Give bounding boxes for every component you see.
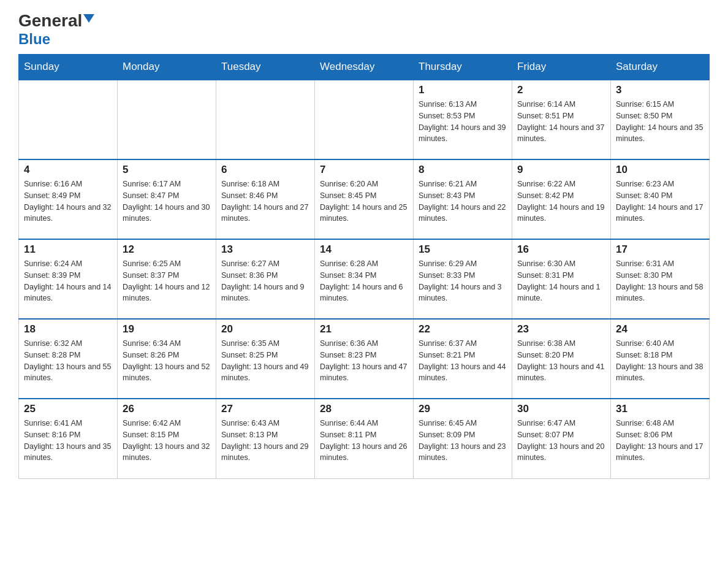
table-row: 5Sunrise: 6:17 AMSunset: 8:47 PMDaylight…: [118, 159, 216, 239]
day-info: Sunrise: 6:32 AMSunset: 8:28 PMDaylight:…: [24, 338, 112, 384]
day-info: Sunrise: 6:31 AMSunset: 8:30 PMDaylight:…: [616, 258, 704, 304]
day-number: 7: [320, 164, 408, 176]
day-info: Sunrise: 6:27 AMSunset: 8:36 PMDaylight:…: [221, 258, 309, 304]
day-info: Sunrise: 6:38 AMSunset: 8:20 PMDaylight:…: [517, 338, 605, 384]
day-info: Sunrise: 6:16 AMSunset: 8:49 PMDaylight:…: [24, 178, 112, 224]
table-row: 20Sunrise: 6:35 AMSunset: 8:25 PMDayligh…: [216, 319, 315, 399]
table-row: 24Sunrise: 6:40 AMSunset: 8:18 PMDayligh…: [611, 319, 710, 399]
day-info: Sunrise: 6:40 AMSunset: 8:18 PMDaylight:…: [616, 338, 704, 384]
header-saturday: Saturday: [611, 55, 710, 80]
day-number: 4: [24, 164, 112, 176]
logo-general: General: [18, 12, 82, 29]
day-number: 24: [616, 323, 704, 335]
table-row: 8Sunrise: 6:21 AMSunset: 8:43 PMDaylight…: [414, 159, 512, 239]
table-row: 29Sunrise: 6:45 AMSunset: 8:09 PMDayligh…: [414, 399, 512, 478]
day-info: Sunrise: 6:13 AMSunset: 8:53 PMDaylight:…: [419, 99, 507, 145]
day-number: 21: [320, 323, 408, 335]
day-number: 27: [221, 403, 309, 415]
day-number: 6: [221, 164, 309, 176]
day-number: 14: [320, 243, 408, 256]
table-row: 2Sunrise: 6:14 AMSunset: 8:51 PMDaylight…: [512, 80, 611, 159]
day-number: 8: [419, 164, 507, 176]
day-info: Sunrise: 6:25 AMSunset: 8:37 PMDaylight:…: [123, 258, 211, 304]
day-number: 26: [123, 403, 211, 415]
day-number: 11: [24, 243, 112, 256]
day-number: 23: [517, 323, 605, 335]
table-row: 11Sunrise: 6:24 AMSunset: 8:39 PMDayligh…: [19, 239, 118, 319]
table-row: 6Sunrise: 6:18 AMSunset: 8:46 PMDaylight…: [216, 159, 315, 239]
header-sunday: Sunday: [19, 55, 118, 80]
day-info: Sunrise: 6:23 AMSunset: 8:40 PMDaylight:…: [616, 178, 704, 224]
day-number: 30: [517, 403, 605, 415]
day-info: Sunrise: 6:24 AMSunset: 8:39 PMDaylight:…: [24, 258, 112, 304]
calendar-week-row: 11Sunrise: 6:24 AMSunset: 8:39 PMDayligh…: [19, 239, 710, 319]
table-row: 10Sunrise: 6:23 AMSunset: 8:40 PMDayligh…: [611, 159, 710, 239]
table-row: 31Sunrise: 6:48 AMSunset: 8:06 PMDayligh…: [611, 399, 710, 478]
day-number: 12: [123, 243, 211, 256]
day-info: Sunrise: 6:36 AMSunset: 8:23 PMDaylight:…: [320, 338, 408, 384]
table-row: 27Sunrise: 6:43 AMSunset: 8:13 PMDayligh…: [216, 399, 315, 478]
table-row: 26Sunrise: 6:42 AMSunset: 8:15 PMDayligh…: [118, 399, 216, 478]
day-number: 16: [517, 243, 605, 256]
day-number: 31: [616, 403, 704, 415]
day-info: Sunrise: 6:20 AMSunset: 8:45 PMDaylight:…: [320, 178, 408, 224]
table-row: 14Sunrise: 6:28 AMSunset: 8:34 PMDayligh…: [315, 239, 414, 319]
table-row: 1Sunrise: 6:13 AMSunset: 8:53 PMDaylight…: [414, 80, 512, 159]
logo: General Blue: [18, 12, 94, 48]
table-row: 4Sunrise: 6:16 AMSunset: 8:49 PMDaylight…: [19, 159, 118, 239]
day-info: Sunrise: 6:30 AMSunset: 8:31 PMDaylight:…: [517, 258, 605, 304]
header-friday: Friday: [512, 55, 611, 80]
header-thursday: Thursday: [414, 55, 512, 80]
day-info: Sunrise: 6:17 AMSunset: 8:47 PMDaylight:…: [123, 178, 211, 224]
day-number: 9: [517, 164, 605, 176]
day-number: 29: [419, 403, 507, 415]
day-info: Sunrise: 6:22 AMSunset: 8:42 PMDaylight:…: [517, 178, 605, 224]
day-info: Sunrise: 6:14 AMSunset: 8:51 PMDaylight:…: [517, 99, 605, 145]
table-row: 19Sunrise: 6:34 AMSunset: 8:26 PMDayligh…: [118, 319, 216, 399]
day-number: 2: [517, 84, 605, 96]
table-row: 13Sunrise: 6:27 AMSunset: 8:36 PMDayligh…: [216, 239, 315, 319]
day-info: Sunrise: 6:44 AMSunset: 8:11 PMDaylight:…: [320, 418, 408, 464]
day-number: 3: [616, 84, 704, 96]
table-row: [216, 80, 315, 159]
day-number: 18: [24, 323, 112, 335]
day-info: Sunrise: 6:15 AMSunset: 8:50 PMDaylight:…: [616, 99, 704, 145]
day-number: 17: [616, 243, 704, 256]
day-info: Sunrise: 6:29 AMSunset: 8:33 PMDaylight:…: [419, 258, 507, 304]
table-row: [19, 80, 118, 159]
header-tuesday: Tuesday: [216, 55, 315, 80]
calendar-week-row: 18Sunrise: 6:32 AMSunset: 8:28 PMDayligh…: [19, 319, 710, 399]
day-info: Sunrise: 6:28 AMSunset: 8:34 PMDaylight:…: [320, 258, 408, 304]
table-row: 17Sunrise: 6:31 AMSunset: 8:30 PMDayligh…: [611, 239, 710, 319]
day-info: Sunrise: 6:35 AMSunset: 8:25 PMDaylight:…: [221, 338, 309, 384]
table-row: 7Sunrise: 6:20 AMSunset: 8:45 PMDaylight…: [315, 159, 414, 239]
day-info: Sunrise: 6:37 AMSunset: 8:21 PMDaylight:…: [419, 338, 507, 384]
day-number: 19: [123, 323, 211, 335]
day-info: Sunrise: 6:21 AMSunset: 8:43 PMDaylight:…: [419, 178, 507, 224]
table-row: 25Sunrise: 6:41 AMSunset: 8:16 PMDayligh…: [19, 399, 118, 478]
calendar-week-row: 4Sunrise: 6:16 AMSunset: 8:49 PMDaylight…: [19, 159, 710, 239]
table-row: 18Sunrise: 6:32 AMSunset: 8:28 PMDayligh…: [19, 319, 118, 399]
table-row: 3Sunrise: 6:15 AMSunset: 8:50 PMDaylight…: [611, 80, 710, 159]
day-number: 5: [123, 164, 211, 176]
calendar-week-row: 25Sunrise: 6:41 AMSunset: 8:16 PMDayligh…: [19, 399, 710, 478]
header-wednesday: Wednesday: [315, 55, 414, 80]
calendar-header-row: Sunday Monday Tuesday Wednesday Thursday…: [19, 55, 710, 80]
page-header: General Blue: [18, 12, 710, 48]
table-row: 12Sunrise: 6:25 AMSunset: 8:37 PMDayligh…: [118, 239, 216, 319]
calendar-week-row: 1Sunrise: 6:13 AMSunset: 8:53 PMDaylight…: [19, 80, 710, 159]
day-info: Sunrise: 6:34 AMSunset: 8:26 PMDaylight:…: [123, 338, 211, 384]
table-row: 28Sunrise: 6:44 AMSunset: 8:11 PMDayligh…: [315, 399, 414, 478]
day-number: 1: [419, 84, 507, 96]
day-number: 10: [616, 164, 704, 176]
day-number: 25: [24, 403, 112, 415]
day-info: Sunrise: 6:43 AMSunset: 8:13 PMDaylight:…: [221, 418, 309, 464]
table-row: 9Sunrise: 6:22 AMSunset: 8:42 PMDaylight…: [512, 159, 611, 239]
day-number: 13: [221, 243, 309, 256]
table-row: [118, 80, 216, 159]
day-info: Sunrise: 6:45 AMSunset: 8:09 PMDaylight:…: [419, 418, 507, 464]
day-info: Sunrise: 6:48 AMSunset: 8:06 PMDaylight:…: [616, 418, 704, 464]
day-number: 22: [419, 323, 507, 335]
day-number: 28: [320, 403, 408, 415]
table-row: 23Sunrise: 6:38 AMSunset: 8:20 PMDayligh…: [512, 319, 611, 399]
